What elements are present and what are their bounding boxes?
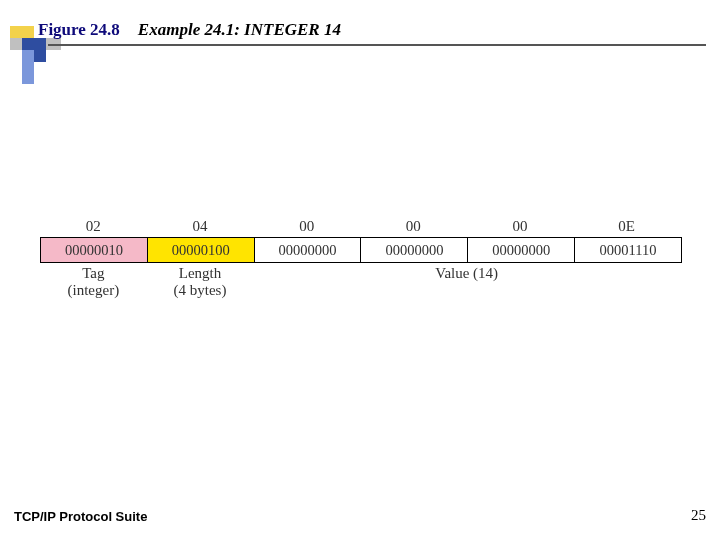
label-tag: Tag (integer) bbox=[40, 263, 147, 302]
label-tag-main: Tag bbox=[40, 265, 147, 282]
label-length-sub: (4 bytes) bbox=[147, 282, 254, 299]
hex-cell: 04 bbox=[147, 216, 254, 237]
book-title: TCP/IP Protocol Suite bbox=[14, 509, 147, 524]
tlv-diagram: 02 04 00 00 00 0E 00000010 00000100 0000… bbox=[40, 216, 680, 302]
label-value: Value (14) bbox=[253, 263, 680, 302]
binary-cell-tag: 00000010 bbox=[41, 238, 148, 262]
slide-header: Figure 24.8 Example 24.1: INTEGER 14 bbox=[0, 0, 720, 12]
figure-title-line: Figure 24.8 Example 24.1: INTEGER 14 bbox=[38, 20, 341, 40]
title-underline bbox=[48, 44, 706, 46]
binary-cell-length: 00000100 bbox=[148, 238, 255, 262]
binary-cell-value: 00000000 bbox=[468, 238, 575, 262]
binary-cell-value: 00001110 bbox=[575, 238, 681, 262]
binary-row: 00000010 00000100 00000000 00000000 0000… bbox=[40, 237, 682, 263]
hex-cell: 00 bbox=[253, 216, 360, 237]
hex-row: 02 04 00 00 00 0E bbox=[40, 216, 680, 237]
binary-cell-value: 00000000 bbox=[361, 238, 468, 262]
hex-cell: 00 bbox=[467, 216, 574, 237]
label-length: Length (4 bytes) bbox=[147, 263, 254, 302]
hex-cell: 0E bbox=[573, 216, 680, 237]
figure-label: Figure 24.8 bbox=[38, 20, 120, 39]
label-row: Tag (integer) Length (4 bytes) Value (14… bbox=[40, 263, 680, 302]
binary-cell-value: 00000000 bbox=[255, 238, 362, 262]
hex-cell: 02 bbox=[40, 216, 147, 237]
label-length-main: Length bbox=[147, 265, 254, 282]
page-number: 25 bbox=[691, 507, 706, 524]
decor-blue-bar bbox=[22, 50, 34, 84]
figure-title: Example 24.1: INTEGER 14 bbox=[138, 20, 341, 39]
slide-footer: TCP/IP Protocol Suite 25 bbox=[14, 507, 706, 524]
label-tag-sub: (integer) bbox=[40, 282, 147, 299]
hex-cell: 00 bbox=[360, 216, 467, 237]
